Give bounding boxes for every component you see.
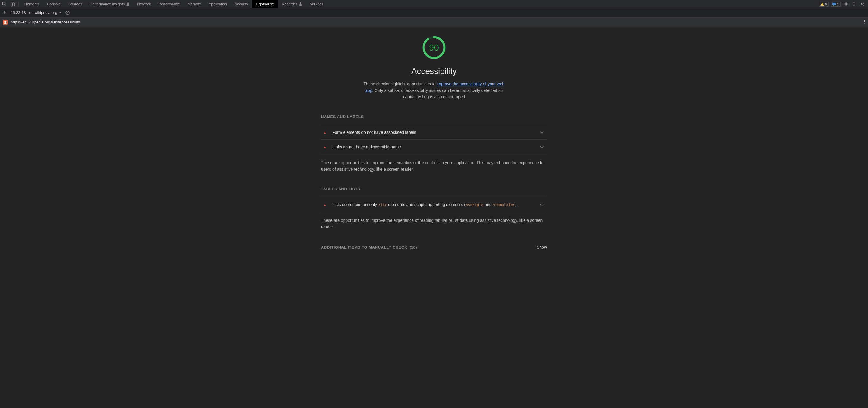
svg-point-11 — [864, 22, 865, 22]
chevron-down-icon: ▼ — [59, 11, 62, 14]
tabbar-lead-icons — [0, 0, 17, 8]
audit-label: Lists do not contain only <li> elements … — [332, 202, 534, 207]
audit-code: <li> — [378, 202, 387, 207]
flask-icon — [299, 2, 302, 6]
svg-rect-9 — [5, 23, 6, 23]
chevron-down-icon — [539, 202, 545, 207]
device-toggle-icon[interactable] — [10, 1, 16, 7]
tab-security[interactable]: Security — [231, 0, 252, 8]
audit-list-structure[interactable]: ▲ Lists do not contain only <li> element… — [321, 197, 547, 212]
gauge-section: 90 Accessibility These checks highlight … — [321, 36, 547, 100]
tabs-container: Elements Console Sources Performance ins… — [20, 0, 327, 8]
audit-label: Form elements do not have associated lab… — [332, 130, 534, 135]
tab-performance-insights[interactable]: Performance insights — [86, 0, 133, 8]
svg-point-5 — [854, 4, 855, 4]
svg-point-6 — [854, 5, 855, 6]
messages-badge[interactable]: 1 — [831, 2, 841, 6]
tabbar-trailing: 6 1 — [816, 0, 868, 8]
report-menu-icon[interactable] — [864, 20, 865, 25]
score-value: 90 — [422, 36, 446, 60]
warnings-badge[interactable]: 6 — [818, 2, 829, 6]
audit-text: ). — [515, 202, 518, 207]
report-url: https://en.wikipedia.org/wiki/Accessibil… — [11, 20, 861, 24]
audit-link-name[interactable]: ▲ Links do not have a discernible name — [321, 139, 547, 154]
tab-application[interactable]: Application — [205, 0, 231, 8]
inspect-icon[interactable] — [2, 1, 7, 7]
audit-code: <script> — [466, 202, 484, 207]
audit-text: and — [484, 202, 493, 207]
manual-title-wrap: ADDITIONAL ITEMS TO MANUALLY CHECK (10) — [321, 245, 417, 250]
group-note-tables-lists: These are opportunities to improve the e… — [321, 217, 547, 230]
svg-point-10 — [864, 20, 865, 21]
close-icon[interactable] — [859, 1, 866, 7]
audit-text: Lists do not contain only — [332, 202, 378, 207]
tab-memory[interactable]: Memory — [184, 0, 205, 8]
kebab-icon[interactable] — [851, 1, 857, 7]
warning-triangle-icon: ▲ — [322, 145, 328, 149]
settings-icon[interactable] — [842, 1, 849, 7]
audit-code: <template> — [493, 202, 515, 207]
tab-sources[interactable]: Sources — [65, 0, 86, 8]
tab-elements[interactable]: Elements — [20, 0, 43, 8]
tab-recorder-label: Recorder — [282, 2, 297, 6]
messages-count: 1 — [837, 2, 839, 6]
manual-section-header: ADDITIONAL ITEMS TO MANUALLY CHECK (10) … — [321, 245, 547, 250]
new-report-icon[interactable]: + — [2, 9, 7, 16]
warning-triangle-icon: ▲ — [322, 203, 328, 207]
warnings-count: 6 — [825, 2, 827, 6]
audit-list-tables-lists: ▲ Lists do not contain only <li> element… — [321, 197, 547, 212]
report-select-label: 13:32:13 - en.wikipedia.org — [11, 10, 57, 15]
section-title-names-labels: NAMES AND LABELS — [321, 115, 547, 119]
flask-icon — [126, 2, 129, 6]
devtools-tabbar: Elements Console Sources Performance ins… — [0, 0, 868, 8]
section-title-manual: ADDITIONAL ITEMS TO MANUALLY CHECK — [321, 245, 407, 250]
tab-performance[interactable]: Performance — [155, 0, 184, 8]
chevron-down-icon — [539, 145, 545, 149]
warning-triangle-icon: ▲ — [322, 130, 328, 134]
show-toggle[interactable]: Show — [537, 245, 547, 250]
tab-adblock[interactable]: AdBlock — [306, 0, 327, 8]
tab-lighthouse[interactable]: Lighthouse — [252, 0, 278, 8]
svg-rect-2 — [13, 3, 15, 6]
manual-count: (10) — [410, 245, 417, 250]
tab-console[interactable]: Console — [43, 0, 65, 8]
tab-recorder[interactable]: Recorder — [278, 0, 306, 8]
report-url-bar: https://en.wikipedia.org/wiki/Accessibil… — [0, 17, 868, 27]
tabbar-divider — [19, 1, 19, 7]
desc-pre: These checks highlight opportunities to — [364, 82, 437, 86]
audit-label: Links do not have a discernible name — [332, 145, 534, 149]
report-select[interactable]: 13:32:13 - en.wikipedia.org ▼ — [11, 10, 62, 15]
tab-performance-insights-label: Performance insights — [90, 2, 125, 6]
report-body: 90 Accessibility These checks highlight … — [321, 36, 547, 250]
tab-network[interactable]: Network — [133, 0, 155, 8]
score-gauge[interactable]: 90 — [422, 36, 446, 60]
audit-form-labels[interactable]: ▲ Form elements do not have associated l… — [321, 125, 547, 139]
section-title-tables-lists: TABLES AND LISTS — [321, 187, 547, 191]
audit-text: elements and script supporting elements … — [387, 202, 466, 207]
svg-rect-3 — [832, 3, 836, 5]
category-title: Accessibility — [411, 67, 457, 76]
chevron-down-icon — [539, 130, 545, 135]
lighthouse-favicon — [3, 20, 8, 25]
lighthouse-toolbar: + 13:32:13 - en.wikipedia.org ▼ — [0, 8, 868, 17]
report-scroll[interactable]: 90 Accessibility These checks highlight … — [0, 27, 868, 408]
desc-post: . Only a subset of accessibility issues … — [372, 88, 503, 99]
clear-icon[interactable] — [65, 10, 70, 15]
svg-point-4 — [854, 2, 855, 3]
svg-point-12 — [864, 23, 865, 24]
group-note-names-labels: These are opportunities to improve the s… — [321, 160, 547, 172]
audit-list-names-labels: ▲ Form elements do not have associated l… — [321, 125, 547, 154]
category-description: These checks highlight opportunities to … — [363, 81, 505, 100]
